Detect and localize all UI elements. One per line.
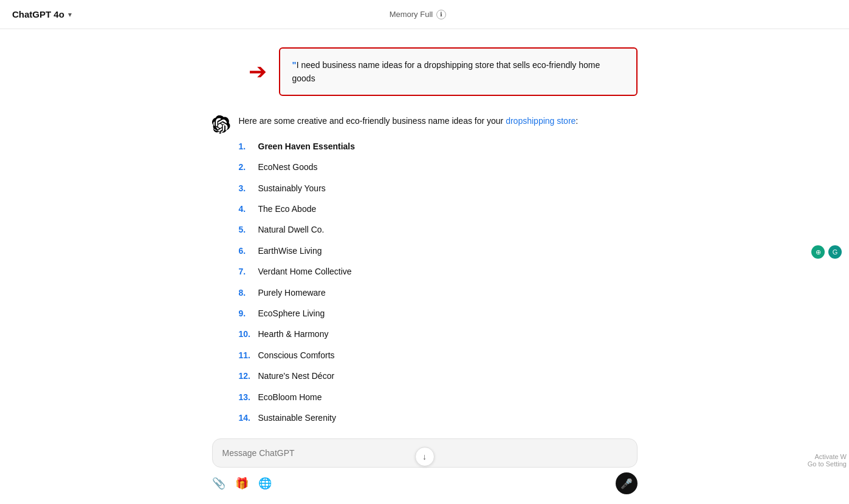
list-num: 5.	[239, 223, 258, 236]
send-button[interactable]: 🎤	[616, 472, 638, 494]
list-num: 14.	[239, 411, 258, 424]
list-item: 12.Nature's Nest Décor	[239, 366, 638, 386]
intro-highlight: dropshipping store	[506, 116, 576, 126]
scroll-down-button[interactable]: ↓	[415, 447, 435, 466]
list-name: Conscious Comforts	[258, 349, 335, 362]
response-container: Here are some creative and eco-friendly …	[212, 114, 638, 433]
list-item: 3.Sustainably Yours	[239, 178, 638, 199]
quote-mark: "	[292, 60, 297, 70]
memory-status: Memory Full ℹ	[390, 10, 447, 19]
list-name: Green Haven Essentials	[258, 140, 356, 153]
list-item: 9.EcoSphere Living	[239, 303, 638, 324]
list-name: EarthWise Living	[258, 244, 322, 257]
list-num: 9.	[239, 307, 258, 320]
list-item: 10.Hearth & Harmony	[239, 324, 638, 344]
list-item: 14.Sustainable Serenity	[239, 407, 638, 428]
list-item: 2.EcoNest Goods	[239, 157, 638, 177]
chat-area: ➔ "I need business name ideas for a drop…	[0, 29, 849, 432]
list-num: 6.	[239, 244, 258, 257]
list-name: Verdant Home Collective	[258, 265, 352, 278]
input-area: ⊕ G 📎 🎁 🌐 🎤	[0, 432, 849, 504]
list-name: Nature's Nest Décor	[258, 369, 335, 383]
list-name: Natural Dwell Co.	[258, 223, 325, 236]
toolbar-left: 📎 🎁 🌐	[212, 477, 272, 490]
list-item: 11.Conscious Comforts	[239, 345, 638, 366]
list-item: 7.Verdant Home Collective	[239, 261, 638, 282]
list-num: 12.	[239, 369, 258, 383]
list-item: 1.Green Haven Essentials	[239, 136, 638, 157]
list-num: 1.	[239, 140, 258, 153]
header-left: ChatGPT 4o ▾	[12, 9, 72, 19]
list-name: EcoNest Goods	[258, 160, 318, 174]
list-item: 5.Natural Dwell Co.	[239, 219, 638, 240]
user-message-container: ➔ "I need business name ideas for a drop…	[212, 47, 638, 96]
business-name-list: 1.Green Haven Essentials2.EcoNest Goods3…	[239, 136, 638, 432]
list-item: 15.EcoZen Living	[239, 428, 638, 432]
list-name: Hearth & Harmony	[258, 327, 329, 341]
globe-icon[interactable]: 🌐	[258, 477, 272, 490]
list-item: 6.EarthWise Living	[239, 240, 638, 261]
red-arrow-icon: ➔	[249, 59, 267, 84]
list-item: 13.EcoBloom Home	[239, 387, 638, 407]
list-name: EcoBloom Home	[258, 390, 322, 404]
attach-icon[interactable]: 📎	[212, 477, 225, 490]
toolbar-row: 📎 🎁 🌐 🎤	[212, 472, 638, 494]
list-name: EcoSphere Living	[258, 307, 325, 320]
list-num: 3.	[239, 182, 258, 195]
list-num: 8.	[239, 286, 258, 299]
gpt-badge-icon[interactable]: G	[828, 245, 842, 259]
intro-normal: Here are some creative and eco-friendly …	[239, 116, 506, 126]
list-num: 4.	[239, 202, 258, 216]
gift-icon[interactable]: 🎁	[235, 477, 249, 490]
list-num: 11.	[239, 349, 258, 362]
list-num: 10.	[239, 327, 258, 341]
list-num: 13.	[239, 390, 258, 404]
list-name: The Eco Abode	[258, 202, 317, 216]
chatgpt-icon	[212, 115, 230, 134]
list-num: 7.	[239, 265, 258, 278]
info-icon[interactable]: ℹ	[436, 10, 446, 19]
user-message-text: I need business name ideas for a dropshi…	[292, 60, 600, 83]
app-title[interactable]: ChatGPT 4o	[12, 9, 64, 19]
intro-colon: :	[576, 116, 578, 126]
user-message-box: "I need business name ideas for a dropsh…	[279, 47, 638, 96]
response-intro: Here are some creative and eco-friendly …	[239, 114, 638, 128]
list-name: Purely Homeware	[258, 286, 326, 299]
list-num: 2.	[239, 160, 258, 174]
chevron-down-icon[interactable]: ▾	[68, 10, 72, 19]
header: ChatGPT 4o ▾ Memory Full ℹ	[0, 0, 849, 29]
audio-icon[interactable]: ⊕	[811, 245, 825, 259]
input-right-icons: ⊕ G	[811, 245, 842, 259]
main-content: ➔ "I need business name ideas for a drop…	[0, 29, 849, 504]
list-item: 8.Purely Homeware	[239, 282, 638, 303]
memory-label: Memory Full	[390, 10, 433, 19]
response-content: Here are some creative and eco-friendly …	[239, 114, 638, 433]
list-name: Sustainable Serenity	[258, 411, 336, 424]
list-name: Sustainably Yours	[258, 182, 326, 195]
list-item: 4.The Eco Abode	[239, 199, 638, 219]
